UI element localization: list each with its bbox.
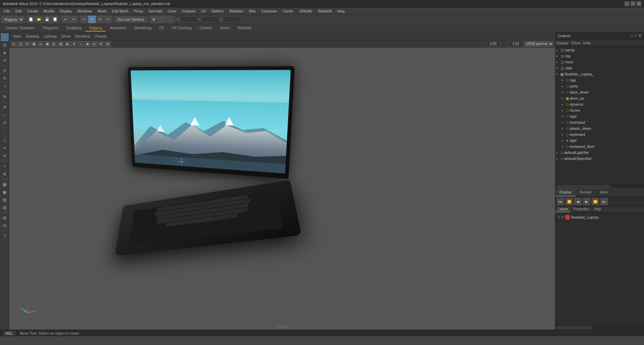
snap-curve-button[interactable]: ⌒ bbox=[158, 16, 165, 23]
tree-item-persp[interactable]: ▸ 🎥 persp bbox=[555, 47, 644, 53]
save-as-button[interactable]: 📑 bbox=[51, 16, 59, 23]
select-tool-button[interactable]: ↖ bbox=[80, 16, 88, 23]
menu-mesh[interactable]: Mesh bbox=[95, 8, 109, 14]
curve-lt[interactable]: ⌒ bbox=[1, 129, 8, 136]
save-file-button[interactable]: 💾 bbox=[43, 16, 51, 23]
pencil-lt[interactable]: ✏ bbox=[1, 145, 8, 152]
undo-button[interactable]: ↩ bbox=[62, 16, 69, 23]
lasso-select-lt[interactable]: ⊘ bbox=[1, 41, 8, 49]
minimize-button[interactable]: ─ bbox=[625, 1, 629, 6]
viewport-menu-panels[interactable]: Panels bbox=[93, 34, 109, 39]
three-pt-lt[interactable]: ⁕ bbox=[1, 152, 8, 160]
show-manip-lt[interactable]: ⊛ bbox=[1, 103, 8, 111]
tool6-lt[interactable]: ◎ bbox=[1, 119, 8, 126]
move-lt[interactable]: ✛ bbox=[1, 67, 8, 74]
bp-tab-display[interactable]: Display bbox=[555, 189, 576, 196]
viewport-menu-shading[interactable]: Shading bbox=[23, 34, 41, 39]
menu-deform[interactable]: Deform bbox=[209, 8, 226, 14]
menu-skin[interactable]: Skin bbox=[246, 8, 258, 14]
tool10-lt[interactable]: ⊟ bbox=[1, 222, 8, 229]
menu-windows[interactable]: Windows bbox=[75, 8, 95, 14]
snap-point-button[interactable]: · bbox=[166, 16, 174, 23]
menu-file[interactable]: File bbox=[1, 8, 13, 14]
status-mode-indicator[interactable]: MEL bbox=[3, 331, 16, 336]
playback-fwd[interactable]: ▶ bbox=[583, 198, 590, 205]
tree-item-dynamic[interactable]: ▸ ⬡ dynamic bbox=[555, 101, 644, 107]
y-coord-input[interactable] bbox=[202, 17, 219, 22]
bp-sub-tab-properties[interactable]: Properties bbox=[571, 207, 592, 212]
outliner-menu-help[interactable]: Help bbox=[583, 41, 591, 45]
viewport-menu-renderer[interactable]: Renderer bbox=[73, 34, 93, 39]
mode-dropdown[interactable]: Rigging bbox=[1, 16, 24, 23]
vp-icon6[interactable]: ▣ bbox=[44, 41, 50, 47]
viewport-menu-view[interactable]: View bbox=[11, 34, 23, 39]
tree-item-default-object-set[interactable]: ▸ ⊙ defaultObjectSet bbox=[555, 156, 644, 162]
soft-mod-lt[interactable]: ⊚ bbox=[1, 93, 8, 100]
tree-item-realistic-laptop[interactable]: ▾ ▦ Realistic_Laptop_ bbox=[555, 71, 644, 77]
vp-icon9[interactable]: ◐ bbox=[64, 41, 70, 47]
tool9-lt[interactable]: ⊞ bbox=[1, 214, 8, 222]
menu-creases[interactable]: Creases bbox=[179, 8, 198, 14]
tree-item-plastic-down[interactable]: ▸ ⬡ plastic_down bbox=[555, 125, 644, 131]
tree-item-side[interactable]: ▸ 🎥 side bbox=[555, 65, 644, 71]
vp-icon1[interactable]: ⊙ bbox=[11, 41, 17, 47]
x-coord-input[interactable] bbox=[181, 17, 198, 22]
open-file-button[interactable]: 📂 bbox=[35, 16, 43, 23]
measure-lt[interactable]: ▦ bbox=[1, 181, 8, 188]
playback-back[interactable]: ◀ bbox=[574, 198, 582, 205]
tool7-lt[interactable]: + bbox=[1, 163, 8, 170]
tool5-lt[interactable]: ○ bbox=[1, 111, 8, 118]
tree-item-cap[interactable]: ▸ ⬡ cap bbox=[555, 77, 644, 83]
tab-sculpting[interactable]: Sculpting bbox=[62, 25, 85, 32]
tree-item-alum-down[interactable]: ▸ ⬡ alum_down bbox=[555, 89, 644, 95]
vp-icon5[interactable]: ◎ bbox=[38, 41, 44, 47]
viewport-menu-show[interactable]: Show bbox=[59, 34, 73, 39]
vp-icon3[interactable]: ⊡ bbox=[24, 41, 30, 47]
tab-polygons[interactable]: Polygons bbox=[39, 25, 62, 32]
tab-curves-surfaces[interactable]: Curves / Surfaces bbox=[1, 25, 39, 32]
tab-redshift[interactable]: Redshift bbox=[234, 25, 255, 32]
ep-curve-lt[interactable]: ⊹ bbox=[1, 137, 8, 144]
playback-start[interactable]: ⏮ bbox=[557, 198, 564, 205]
tool8-lt[interactable]: ⊕ bbox=[1, 170, 8, 178]
paint-select-lt[interactable]: ◈ bbox=[1, 49, 8, 56]
close-button[interactable]: ✕ bbox=[637, 1, 641, 6]
gamma-dropdown[interactable]: sRGB gamma bbox=[524, 41, 554, 47]
tree-item-front[interactable]: ▸ 🎥 front bbox=[555, 59, 644, 65]
playback-end[interactable]: ⏭ bbox=[600, 198, 608, 205]
tab-custom[interactable]: Custom bbox=[196, 25, 216, 32]
vp-icon4[interactable]: ▦ bbox=[31, 41, 37, 47]
vp-icon11[interactable]: ○ bbox=[78, 41, 84, 47]
tab-rendering[interactable]: Rendering bbox=[130, 25, 155, 32]
z-coord-input[interactable] bbox=[224, 17, 240, 22]
menu-modify[interactable]: Modify bbox=[41, 8, 57, 14]
tab-xgen[interactable]: XGen bbox=[216, 25, 234, 32]
measure2-lt[interactable]: ▣ bbox=[1, 188, 8, 196]
menu-uv[interactable]: UV bbox=[198, 8, 209, 14]
vp-icon2[interactable]: ◫ bbox=[17, 41, 23, 47]
menu-edit[interactable]: Edit bbox=[13, 8, 24, 14]
help-lt[interactable]: ? bbox=[1, 232, 8, 240]
vp-icon15[interactable]: ⊗ bbox=[105, 41, 111, 47]
outliner-menu-display[interactable]: Display bbox=[556, 41, 568, 45]
outliner-menu-show[interactable]: Show bbox=[571, 41, 581, 45]
menu-constrain[interactable]: Constrain bbox=[259, 8, 280, 14]
tab-fx[interactable]: FX bbox=[155, 25, 168, 32]
tree-item-keyboard-illum[interactable]: ▸ ⬡ keyboard_illum bbox=[555, 143, 644, 150]
measure3-lt[interactable]: ▤ bbox=[1, 196, 8, 204]
menu-proxy[interactable]: Proxy bbox=[131, 8, 146, 14]
vp-icon10[interactable]: ● bbox=[71, 41, 77, 47]
scale-lt[interactable]: ⤡ bbox=[1, 82, 8, 90]
tree-item-ports[interactable]: ▸ ⬡ ports bbox=[555, 83, 644, 89]
tree-item-keyboard[interactable]: ▸ ⬡ keyboard bbox=[555, 131, 644, 137]
layer-item-realistic-laptop[interactable]: V P Realistic_Laptop bbox=[557, 214, 643, 221]
menu-create[interactable]: Create bbox=[24, 8, 41, 14]
bp-sub-tab-layers[interactable]: Layers bbox=[555, 207, 571, 212]
bp-tab-render[interactable]: Render bbox=[576, 189, 596, 196]
measure4-lt[interactable]: ▥ bbox=[1, 204, 8, 211]
outliner-scrollbar[interactable] bbox=[555, 184, 644, 188]
menu-3dtoall[interactable]: -3DtoAll- bbox=[296, 8, 315, 14]
menu-color[interactable]: Color bbox=[165, 8, 179, 14]
outliner-maximize-button[interactable]: □ bbox=[635, 34, 637, 38]
menu-normals[interactable]: Normals bbox=[146, 8, 165, 14]
